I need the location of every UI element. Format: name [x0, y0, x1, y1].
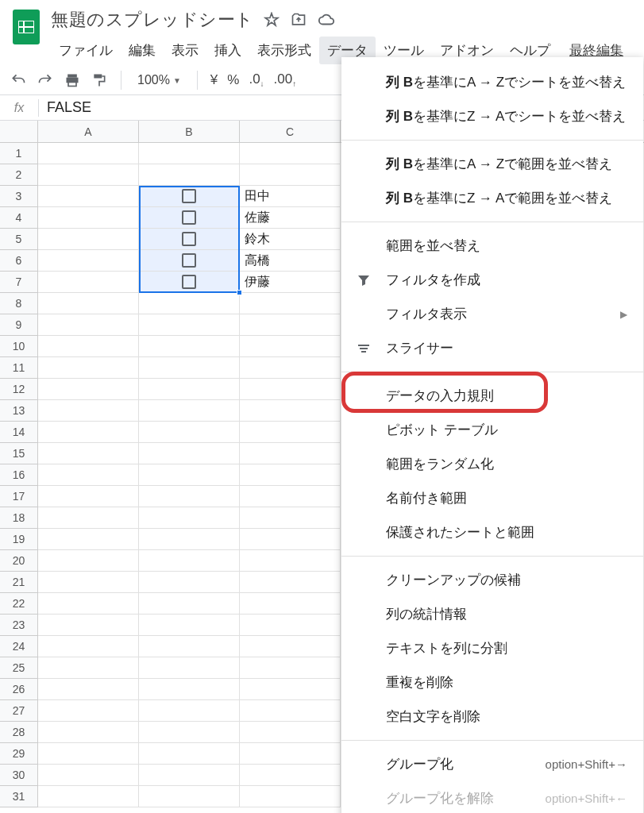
dec-decrease-button[interactable]: .0↓ — [249, 71, 264, 88]
cell[interactable] — [38, 293, 139, 314]
checkbox[interactable] — [182, 210, 196, 225]
slicer[interactable]: スライサー — [341, 331, 643, 365]
cell[interactable] — [38, 743, 139, 765]
cell[interactable] — [38, 507, 139, 529]
cell[interactable] — [139, 186, 240, 207]
cell[interactable] — [139, 572, 240, 593]
row-head[interactable]: 22 — [0, 593, 38, 615]
cell[interactable]: 伊藤 — [240, 272, 341, 293]
select-all-corner[interactable] — [0, 121, 38, 142]
cell[interactable] — [240, 657, 341, 679]
cell[interactable] — [38, 765, 139, 786]
checkbox[interactable] — [182, 189, 196, 203]
cell[interactable] — [240, 164, 341, 186]
cell[interactable] — [240, 293, 341, 314]
currency-button[interactable]: ¥ — [210, 72, 218, 88]
cell[interactable] — [240, 636, 341, 657]
row-head[interactable]: 10 — [0, 336, 38, 357]
cell[interactable] — [139, 636, 240, 657]
menu-edit[interactable]: 編集 — [121, 37, 164, 64]
cell[interactable] — [38, 615, 139, 636]
cell[interactable] — [38, 529, 139, 550]
row-head[interactable]: 19 — [0, 529, 38, 550]
cell[interactable] — [139, 293, 240, 314]
cell[interactable] — [139, 272, 240, 293]
cell[interactable] — [139, 507, 240, 529]
cell[interactable] — [240, 786, 341, 807]
cell[interactable] — [240, 464, 341, 486]
row-head[interactable]: 16 — [0, 464, 38, 486]
cell[interactable] — [139, 722, 240, 743]
cell[interactable] — [38, 636, 139, 657]
cell[interactable] — [38, 207, 139, 229]
checkbox[interactable] — [182, 275, 196, 289]
cell[interactable] — [38, 443, 139, 464]
sort-sheet-za[interactable]: 列 B を基準にZ → Aでシートを並べ替え — [341, 99, 643, 133]
cell[interactable]: 高橋 — [240, 250, 341, 272]
cloud-icon[interactable] — [318, 12, 335, 28]
row-head[interactable]: 31 — [0, 786, 38, 807]
formula-input[interactable]: FALSE — [39, 99, 91, 116]
cell[interactable] — [240, 336, 341, 357]
cell[interactable] — [139, 700, 240, 722]
sort-range[interactable]: 範囲を並べ替え — [341, 229, 643, 263]
cell[interactable] — [240, 507, 341, 529]
row-head[interactable]: 29 — [0, 743, 38, 765]
cell[interactable] — [139, 164, 240, 186]
row-head[interactable]: 17 — [0, 486, 38, 507]
cell[interactable] — [240, 572, 341, 593]
randomize-range[interactable]: 範囲をランダム化 — [341, 447, 643, 481]
cell[interactable] — [38, 272, 139, 293]
cell[interactable] — [38, 186, 139, 207]
cell[interactable] — [38, 722, 139, 743]
cell[interactable] — [38, 379, 139, 400]
trim-whitespace[interactable]: 空白文字を削除 — [341, 699, 643, 734]
cell[interactable] — [139, 786, 240, 807]
sort-range-za[interactable]: 列 B を基準にZ → Aで範囲を並べ替え — [341, 181, 643, 215]
row-head[interactable]: 14 — [0, 422, 38, 443]
row-head[interactable]: 1 — [0, 143, 38, 164]
row-head[interactable]: 24 — [0, 636, 38, 657]
row-head[interactable]: 21 — [0, 572, 38, 593]
move-icon[interactable] — [291, 12, 307, 28]
print-button[interactable] — [64, 71, 81, 89]
cell[interactable] — [139, 765, 240, 786]
row-head[interactable]: 11 — [0, 357, 38, 379]
cell[interactable] — [240, 615, 341, 636]
sort-sheet-az[interactable]: 列 B を基準にA → Zでシートを並べ替え — [341, 65, 643, 99]
cell[interactable] — [240, 400, 341, 422]
row-head[interactable]: 2 — [0, 164, 38, 186]
cell[interactable] — [139, 250, 240, 272]
undo-button[interactable] — [10, 71, 27, 89]
cell[interactable] — [139, 679, 240, 700]
cell[interactable] — [240, 593, 341, 615]
cell[interactable] — [139, 743, 240, 765]
cell[interactable] — [38, 700, 139, 722]
cell[interactable]: 鈴木 — [240, 229, 341, 250]
cell[interactable] — [38, 314, 139, 336]
cell[interactable] — [38, 464, 139, 486]
create-filter[interactable]: フィルタを作成 — [341, 263, 643, 297]
cell[interactable] — [139, 314, 240, 336]
cell[interactable] — [139, 379, 240, 400]
cell[interactable] — [139, 400, 240, 422]
row-head[interactable]: 23 — [0, 615, 38, 636]
row-head[interactable]: 9 — [0, 314, 38, 336]
cell[interactable] — [240, 722, 341, 743]
cell[interactable] — [38, 486, 139, 507]
pivot-table[interactable]: ピボット テーブル — [341, 413, 643, 447]
cell[interactable] — [38, 164, 139, 186]
row-head[interactable]: 20 — [0, 550, 38, 572]
cell[interactable] — [139, 464, 240, 486]
cell[interactable] — [139, 357, 240, 379]
cell[interactable] — [38, 400, 139, 422]
protect-sheet[interactable]: 保護されたシートと範囲 — [341, 515, 643, 549]
cell[interactable] — [240, 765, 341, 786]
cell[interactable] — [38, 679, 139, 700]
cell[interactable] — [240, 700, 341, 722]
row-head[interactable]: 26 — [0, 679, 38, 700]
paint-format-button[interactable] — [91, 71, 108, 89]
menu-view[interactable]: 表示 — [164, 37, 206, 64]
cell[interactable] — [38, 593, 139, 615]
menu-format[interactable]: 表示形式 — [249, 37, 319, 64]
